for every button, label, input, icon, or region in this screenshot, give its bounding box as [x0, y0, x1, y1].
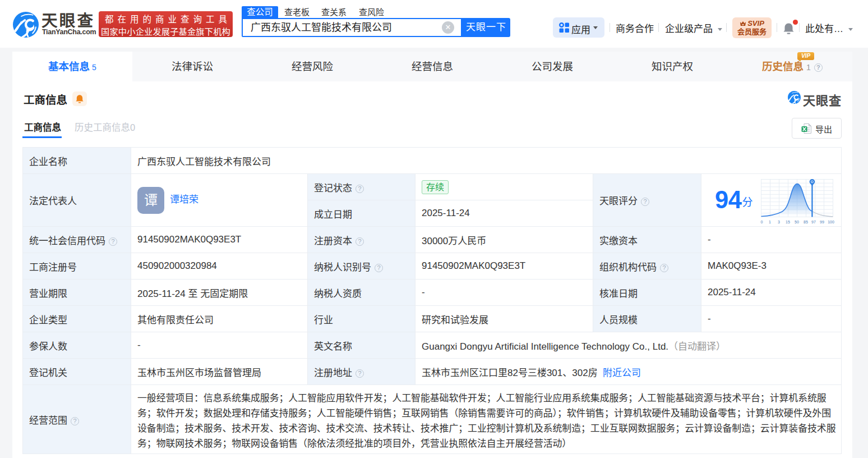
svg-text:1: 1 [769, 220, 771, 224]
svg-text:97: 97 [811, 220, 816, 224]
svg-text:99: 99 [820, 220, 824, 224]
svg-text:85: 85 [804, 220, 808, 224]
svg-text:3: 3 [778, 220, 780, 224]
svg-text:50: 50 [795, 220, 799, 224]
svg-text:100: 100 [828, 220, 834, 224]
svg-text:15: 15 [786, 220, 790, 224]
svg-text:0: 0 [761, 220, 763, 224]
